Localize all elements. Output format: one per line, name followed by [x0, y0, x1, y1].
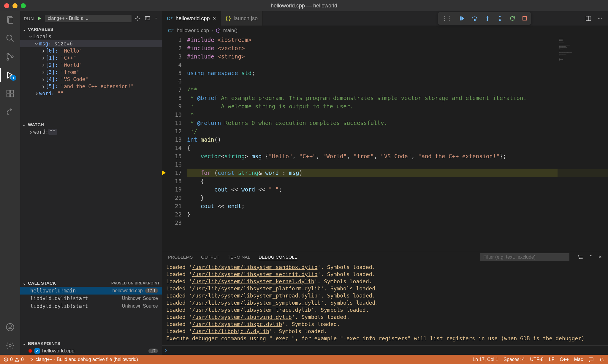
status-os[interactable]: Mac: [574, 357, 583, 362]
status-encoding[interactable]: UTF-8: [530, 357, 544, 362]
file-link[interactable]: /usr/lib/system/libsystem_platform.dylib: [192, 285, 321, 292]
window-controls: [0, 3, 26, 8]
status-language[interactable]: C++: [560, 357, 569, 362]
variable-msg-item[interactable]: [1]: "C++": [20, 54, 162, 61]
cpp-file-icon: C⁺: [168, 28, 174, 34]
file-link[interactable]: /usr/lib/system/libsystem_secinit.dylib: [192, 271, 318, 277]
file-link[interactable]: /usr/lib/libobjc.A.dylib: [192, 328, 269, 334]
svg-point-18: [474, 19, 476, 21]
variable-msg-item[interactable]: [0]: "Hello": [20, 47, 162, 54]
settings-gear-icon[interactable]: [5, 341, 15, 351]
stack-frame[interactable]: helloworld!mainhelloworld.cpp17:1: [20, 287, 162, 295]
step-into-button[interactable]: [484, 15, 490, 21]
debug-toolbar[interactable]: ⋮⋮: [438, 12, 531, 25]
source-control-icon[interactable]: [5, 52, 15, 62]
svg-rect-9: [7, 94, 10, 97]
stack-frame[interactable]: libdyld.dylib!startUnknown Source: [20, 302, 162, 310]
callstack-status: PAUSED ON BREAKPOINT: [111, 281, 160, 285]
code-editor[interactable]: 1234567891011121314151617181920212223 #i…: [162, 36, 608, 251]
status-debug-target[interactable]: clang++ - Build and debug active file (h…: [29, 357, 138, 362]
more-actions-icon[interactable]: ···: [598, 15, 602, 22]
stop-button[interactable]: [522, 16, 527, 21]
panel-tab[interactable]: TERMINAL: [228, 253, 250, 261]
more-icon[interactable]: ···: [155, 15, 159, 21]
continue-button[interactable]: [459, 15, 465, 21]
close-window-button[interactable]: [4, 3, 9, 8]
breakpoint-checkbox[interactable]: ✓: [34, 348, 40, 354]
svg-rect-17: [460, 16, 461, 20]
console-line: Loaded '/usr/lib/system/libxpc.dylib'. S…: [166, 321, 604, 328]
breakpoint-item[interactable]: ✓helloworld.cpp17: [20, 347, 162, 355]
breakpoints-section-header[interactable]: ⌄BREAKPOINTS: [20, 340, 162, 347]
explorer-icon[interactable]: [5, 15, 15, 25]
status-eol[interactable]: LF: [549, 357, 555, 362]
panel-tab[interactable]: PROBLEMS: [168, 253, 193, 261]
debug-console-filter[interactable]: [480, 253, 569, 261]
variables-scope-locals[interactable]: Locals: [20, 33, 162, 40]
svg-rect-1: [9, 18, 13, 24]
activity-bar: 1: [0, 11, 20, 355]
feedback-icon[interactable]: [588, 357, 594, 362]
variable-msg-item[interactable]: [5]: "and the C++ extension!": [20, 83, 162, 90]
file-link[interactable]: /usr/lib/system/libsystem_kernel.dylib: [192, 278, 314, 284]
file-link[interactable]: /usr/lib/system/libunwind.dylib: [192, 314, 292, 320]
svg-point-5: [7, 58, 9, 60]
search-icon[interactable]: [5, 33, 15, 43]
notifications-icon[interactable]: [599, 357, 604, 362]
editor-tab[interactable]: C⁺helloworld.cpp×: [162, 11, 221, 26]
status-cursor-position[interactable]: Ln 17, Col 1: [473, 357, 498, 362]
close-panel-icon[interactable]: ✕: [598, 254, 602, 260]
variables-section-header[interactable]: ⌄VARIABLES: [20, 26, 162, 33]
step-out-button[interactable]: [497, 15, 503, 21]
step-over-button[interactable]: [471, 15, 478, 21]
bottom-panel: PROBLEMSOUTPUTTERMINALDEBUG CONSOLE ⌃ ✕ …: [162, 251, 608, 355]
watch-item[interactable]: word: "": [20, 128, 162, 135]
share-icon[interactable]: [5, 107, 15, 117]
variable-word[interactable]: word: "": [20, 90, 162, 97]
clear-console-icon[interactable]: [578, 254, 584, 260]
split-editor-icon[interactable]: [585, 15, 592, 22]
debug-console-input[interactable]: ›: [162, 345, 608, 355]
svg-line-3: [11, 39, 14, 42]
file-link[interactable]: /usr/lib/system/libsystem_sandbox.dylib: [192, 264, 318, 270]
file-link[interactable]: /usr/lib/system/libsystem_trace.dylib: [192, 307, 311, 313]
breakpoint-dot-icon: [28, 349, 32, 353]
variable-msg-item[interactable]: [2]: "World": [20, 61, 162, 69]
panel-tabs: PROBLEMSOUTPUTTERMINALDEBUG CONSOLE ⌃ ✕: [162, 251, 608, 263]
panel-tab[interactable]: OUTPUT: [201, 253, 219, 261]
debug-config-select[interactable]: clang++ - Build a ⌄: [45, 15, 132, 22]
watch-section-header[interactable]: ⌄WATCH: [20, 121, 162, 128]
panel-tab[interactable]: DEBUG CONSOLE: [259, 253, 297, 261]
debug-console-output[interactable]: Loaded '/usr/lib/system/libsystem_sandbo…: [162, 263, 608, 345]
collapse-panel-icon[interactable]: ⌃: [589, 254, 593, 260]
close-tab-icon[interactable]: ×: [213, 15, 216, 22]
console-line: Loaded '/usr/lib/system/libsystem_sympto…: [166, 299, 604, 306]
run-header: RUN clang++ - Build a ⌄ ···: [20, 11, 162, 26]
minimap[interactable]: ▬▬▬▬▬▬▬▬▬▬▬▬▬▬▬▬▬▬▬▬▬▬▬▬▬▬▬▬▬▬▬▬▬▬▬▬▬▬▬▬…: [558, 36, 608, 251]
gear-icon[interactable]: [134, 15, 140, 21]
run-debug-icon[interactable]: 1: [5, 70, 15, 80]
status-errors[interactable]: 0 0: [4, 357, 24, 362]
minimize-window-button[interactable]: [12, 3, 18, 8]
stack-frame[interactable]: libdyld.dylib!startUnknown Source: [20, 295, 162, 302]
variable-msg-item[interactable]: [4]: "VS Code": [20, 76, 162, 83]
status-indentation[interactable]: Spaces: 4: [504, 357, 525, 362]
editor-area: ⋮⋮ C⁺helloworld.cpp×{ }launch.jso ··· C⁺…: [162, 11, 608, 355]
svg-point-6: [11, 56, 13, 58]
debug-console-icon[interactable]: [145, 15, 151, 21]
drag-grip-icon[interactable]: ⋮⋮: [442, 15, 452, 22]
start-debug-button[interactable]: [37, 16, 42, 21]
variable-msg-item[interactable]: [3]: "from": [20, 69, 162, 76]
breadcrumb[interactable]: C⁺ helloworld.cpp › main(): [162, 26, 608, 36]
svg-point-32: [17, 360, 17, 361]
accounts-icon[interactable]: [5, 322, 15, 332]
editor-tab[interactable]: { }launch.jso: [221, 11, 263, 26]
callstack-section-header[interactable]: ⌄CALL STACK PAUSED ON BREAKPOINT: [20, 279, 162, 287]
file-link[interactable]: /usr/lib/system/libxpc.dylib: [192, 321, 282, 327]
maximize-window-button[interactable]: [21, 3, 26, 8]
file-link[interactable]: /usr/lib/system/libsystem_symptoms.dylib: [192, 300, 321, 306]
file-link[interactable]: /usr/lib/system/libsystem_pthread.dylib: [192, 292, 318, 299]
variable-msg[interactable]: msg: size=6: [20, 40, 162, 47]
extensions-icon[interactable]: [5, 88, 15, 99]
restart-button[interactable]: [509, 15, 515, 21]
